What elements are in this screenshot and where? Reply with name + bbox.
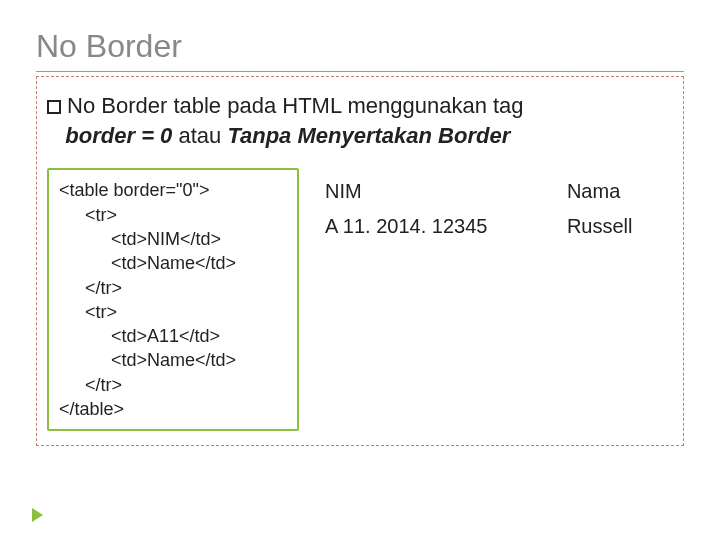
code-line: <tr> [59,300,287,324]
square-bullet-icon [47,100,61,114]
play-icon [32,508,43,522]
code-line: </tr> [59,373,287,397]
code-snippet: <table border="0"> <tr> <td>NIM</td> <td… [47,168,299,431]
bullet-strong1: border = 0 [65,123,172,148]
bullet-part1: No Border table pada HTML menggunakan ta… [67,93,524,118]
bullet-mid: atau [172,123,227,148]
content-box: No Border table pada HTML menggunakan ta… [36,76,684,446]
cell-nama-header: Nama [567,174,673,209]
code-line: <td>Name</td> [59,348,287,372]
slide-title: No Border [36,28,684,65]
code-line: <td>NIM</td> [59,227,287,251]
code-line: </table> [59,397,287,421]
bullet-strong2: Tanpa Menyertakan Border [227,123,510,148]
code-line: </tr> [59,276,287,300]
table-row: NIM Nama [325,174,673,209]
cell-nim-header: NIM [325,174,567,209]
code-line: <tr> [59,203,287,227]
code-line: <td>Name</td> [59,251,287,275]
cell-nim-value: A 11. 2014. 12345 [325,209,567,244]
table-row: A 11. 2014. 12345 Russell [325,209,673,244]
output-table: NIM Nama A 11. 2014. 12345 Russell [325,168,673,244]
code-line: <td>A11</td> [59,324,287,348]
title-row: No Border [36,28,684,72]
cell-nama-value: Russell [567,209,673,244]
bullet-text: No Border table pada HTML menggunakan ta… [47,91,673,150]
code-line: <table border="0"> [59,178,287,202]
